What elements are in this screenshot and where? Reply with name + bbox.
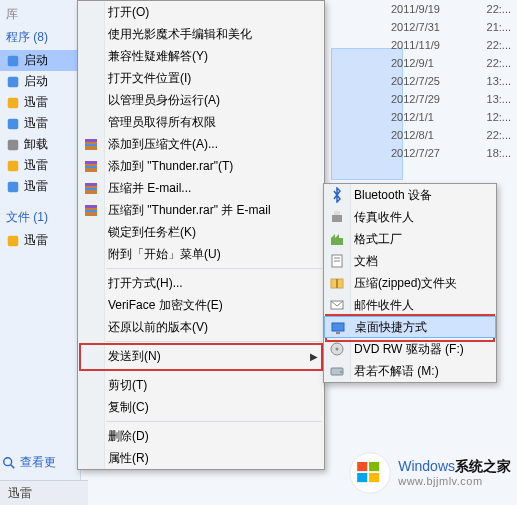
file-row[interactable]: 2011/9/1922:... [391, 0, 511, 18]
menu-item[interactable]: 打开(O) [78, 1, 324, 23]
svg-rect-23 [334, 211, 340, 215]
menu-item-label: 传真收件人 [354, 209, 414, 226]
menu-item[interactable]: 删除(D) [78, 425, 324, 447]
menu-item-label: 管理员取得所有权限 [108, 114, 216, 131]
menu-item-label: 兼容性疑难解答(Y) [108, 48, 208, 65]
svg-rect-18 [85, 188, 97, 190]
sidebar-item-file[interactable]: 迅雷 [0, 230, 80, 251]
menu-item[interactable]: 添加到压缩文件(A)... [78, 133, 324, 155]
sidebar-item-program[interactable]: 迅雷 [0, 176, 80, 197]
menu-item-label: 打开(O) [108, 4, 149, 21]
tab-placeholder: 厍 [0, 4, 80, 25]
sidebar-item-program[interactable]: 启动 [0, 71, 80, 92]
svg-rect-0 [8, 55, 19, 66]
sidebar-item-program[interactable]: 卸载 [0, 134, 80, 155]
file-row[interactable]: 2012/8/122:... [391, 126, 511, 144]
file-row[interactable]: 2012/1/112:... [391, 108, 511, 126]
file-row[interactable]: 2012/7/2913:... [391, 90, 511, 108]
menu-item[interactable]: 压缩并 E-mail... [78, 177, 324, 199]
sidebar-item-program[interactable]: 迅雷 [0, 155, 80, 176]
sendto-item[interactable]: 邮件收件人 [324, 294, 496, 316]
menu-item[interactable]: 打开文件位置(I) [78, 67, 324, 89]
svg-point-8 [4, 457, 12, 465]
file-row[interactable]: 2011/11/922:... [391, 36, 511, 54]
svg-rect-14 [85, 161, 97, 164]
menu-item[interactable]: 附到「开始」菜单(U) [78, 243, 324, 265]
docs-icon [329, 253, 345, 269]
svg-rect-1 [8, 76, 19, 87]
sendto-item[interactable]: 传真收件人 [324, 206, 496, 228]
sendto-item[interactable]: 压缩(zipped)文件夹 [324, 272, 496, 294]
rar-icon [83, 202, 99, 218]
svg-rect-33 [332, 323, 344, 331]
file-row[interactable]: 2012/7/2718:... [391, 144, 511, 162]
program-icon [6, 159, 20, 173]
menu-item-label: 锁定到任务栏(K) [108, 224, 196, 241]
separator [106, 421, 322, 422]
submenu-arrow-icon: ▶ [310, 351, 318, 362]
start-menu-results-pane: 厍 程序 (8) 启动启动迅雷迅雷卸载迅雷迅雷 文件 (1) 迅雷 查看更 迅雷 [0, 0, 81, 505]
rar-icon [83, 180, 99, 196]
files-header: 文件 (1) [0, 205, 80, 230]
file-row[interactable]: 2012/9/122:... [391, 54, 511, 72]
separator [106, 341, 322, 342]
menu-item-label: 属性(R) [108, 450, 149, 467]
menu-item[interactable]: 管理员取得所有权限 [78, 111, 324, 133]
sidebar-item-program[interactable]: 迅雷 [0, 113, 80, 134]
sendto-item[interactable]: 君若不解语 (M:) [324, 360, 496, 382]
svg-rect-31 [336, 279, 338, 288]
sendto-item[interactable]: 文档 [324, 250, 496, 272]
factory-icon [329, 231, 345, 247]
file-row[interactable]: 2012/7/2513:... [391, 72, 511, 90]
menu-item[interactable]: 剪切(T) [78, 374, 324, 396]
svg-marker-25 [331, 234, 335, 238]
sendto-submenu: Bluetooth 设备传真收件人格式工厂文档压缩(zipped)文件夹邮件收件… [323, 183, 497, 383]
menu-item-label: Bluetooth 设备 [354, 187, 432, 204]
svg-rect-20 [85, 205, 97, 208]
menu-item[interactable]: 打开方式(H)... [78, 272, 324, 294]
menu-item-label: DVD RW 驱动器 (F:) [354, 341, 464, 358]
see-more-results[interactable]: 查看更 [2, 454, 56, 471]
menu-item[interactable]: 发送到(N)▶ [78, 345, 324, 367]
watermark: Windows系统之家 www.bjjmlv.com [348, 451, 511, 495]
program-icon [6, 96, 20, 110]
file-row[interactable]: 2012/7/3121:... [391, 18, 511, 36]
menu-item-label: VeriFace 加密文件(E) [108, 297, 223, 314]
menu-item[interactable]: 添加到 "Thunder.rar"(T) [78, 155, 324, 177]
search-box[interactable]: 迅雷 [0, 480, 88, 505]
menu-item[interactable]: 锁定到任务栏(K) [78, 221, 324, 243]
desktop-icon [330, 320, 346, 336]
watermark-title: Windows系统之家 [398, 459, 511, 474]
menu-item[interactable]: VeriFace 加密文件(E) [78, 294, 324, 316]
menu-item-label: 还原以前的版本(V) [108, 319, 208, 336]
file-icon [6, 234, 20, 248]
sendto-item[interactable]: 桌面快捷方式 [324, 316, 496, 338]
rar-icon [83, 158, 99, 174]
menu-item[interactable]: 使用光影魔术手编辑和美化 [78, 23, 324, 45]
context-menu: 打开(O)使用光影魔术手编辑和美化兼容性疑难解答(Y)打开文件位置(I)以管理员… [77, 0, 325, 470]
svg-rect-43 [369, 473, 379, 482]
menu-item-label: 文档 [354, 253, 378, 270]
menu-item[interactable]: 兼容性疑难解答(Y) [78, 45, 324, 67]
menu-item[interactable]: 以管理员身份运行(A) [78, 89, 324, 111]
menu-item[interactable]: 复制(C) [78, 396, 324, 418]
menu-item[interactable]: 属性(R) [78, 447, 324, 469]
sidebar-item-program[interactable]: 迅雷 [0, 92, 80, 113]
zip-icon [329, 275, 345, 291]
sendto-item[interactable]: DVD RW 驱动器 (F:) [324, 338, 496, 360]
sendto-item[interactable]: Bluetooth 设备 [324, 184, 496, 206]
svg-marker-26 [335, 234, 339, 238]
drive-icon [329, 363, 345, 379]
menu-item[interactable]: 还原以前的版本(V) [78, 316, 324, 338]
separator [106, 268, 322, 269]
windows-logo-icon [348, 451, 392, 495]
svg-rect-41 [369, 462, 379, 471]
search-icon [2, 456, 16, 470]
svg-rect-2 [8, 97, 19, 108]
sendto-item[interactable]: 格式工厂 [324, 228, 496, 250]
svg-rect-3 [8, 118, 19, 129]
programs-header: 程序 (8) [0, 25, 80, 50]
sidebar-item-program[interactable]: 启动 [0, 50, 80, 71]
program-icon [6, 180, 20, 194]
menu-item[interactable]: 压缩到 "Thunder.rar" 并 E-mail [78, 199, 324, 221]
